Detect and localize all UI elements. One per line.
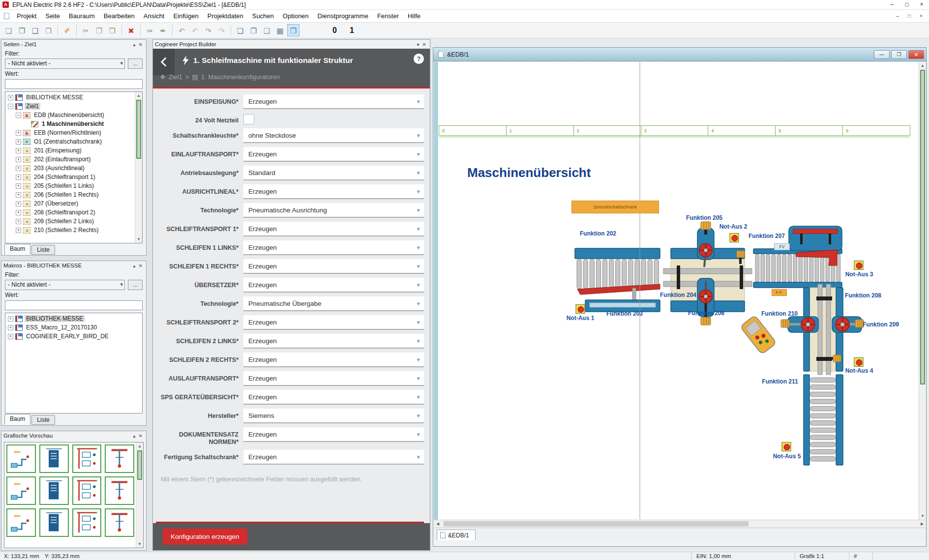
tree-item[interactable]: +COGINEER_EARLY_BIRD_DE: [6, 332, 134, 341]
field-select[interactable]: Erzeugen▾: [243, 371, 424, 386]
minimize-icon[interactable]: —: [874, 50, 890, 59]
format-brush-icon[interactable]: ✑: [144, 24, 156, 36]
preview-thumbnail[interactable]: [72, 444, 102, 473]
tree-item[interactable]: –&EDB (Maschinenübersicht): [6, 111, 134, 119]
menu-item-suchen[interactable]: Suchen: [248, 10, 278, 22]
tree-expander-icon[interactable]: +: [16, 166, 21, 171]
tree-expander-icon[interactable]: –: [8, 104, 13, 109]
tree-expander-icon[interactable]: +: [8, 325, 13, 330]
cut-icon[interactable]: ✂: [80, 24, 92, 36]
format-painter-icon[interactable]: ✒: [157, 24, 169, 36]
scroll-down-icon[interactable]: ▼: [135, 236, 142, 243]
paste-icon[interactable]: ❒: [106, 24, 119, 36]
close-icon[interactable]: ×: [914, 0, 929, 9]
tab-liste[interactable]: Liste: [31, 245, 55, 255]
minimize-icon[interactable]: –: [885, 0, 899, 9]
field-select[interactable]: Siemens▾: [243, 409, 424, 423]
field-select[interactable]: Erzeugen▾: [243, 315, 424, 330]
settings-wrench-icon[interactable]: ✐: [61, 24, 73, 36]
tree-expander-icon[interactable]: +: [8, 334, 13, 339]
field-select[interactable]: Standard▾: [243, 166, 424, 180]
tree-item[interactable]: –Ziel1: [6, 102, 134, 111]
field-select[interactable]: Pneumatische Übergabe▾: [243, 296, 424, 311]
tree-expander-icon[interactable]: +: [16, 201, 21, 206]
menu-item-ansicht[interactable]: Ansicht: [139, 10, 169, 22]
macros-filter-browse-button[interactable]: ...: [128, 280, 143, 290]
panel-close-icon[interactable]: ✕: [137, 433, 144, 439]
tree-expander-icon[interactable]: +: [8, 316, 13, 322]
tree-expander-icon[interactable]: +: [16, 192, 21, 198]
preview-thumbnail[interactable]: [105, 508, 134, 537]
tree-item[interactable]: ++O1 (Zentralschaltschrank): [6, 137, 134, 146]
tree-expander-icon[interactable]: +: [16, 183, 21, 189]
field-select[interactable]: Erzeugen▾: [243, 240, 424, 255]
panel-pin-icon[interactable]: ▴: [132, 42, 137, 47]
pages-tree-scrollbar[interactable]: ▲ ▼: [135, 92, 142, 243]
preview-thumbnail[interactable]: [72, 508, 102, 537]
panel-close-icon[interactable]: ✕: [137, 263, 144, 268]
back-button[interactable]: [153, 49, 175, 75]
graphical-preview-icon[interactable]: ❐: [287, 24, 300, 36]
pages-value-input[interactable]: [5, 79, 143, 89]
scroll-right-icon[interactable]: ▶: [918, 522, 926, 526]
maximize-icon[interactable]: □: [903, 12, 915, 20]
panel-close-icon[interactable]: ✕: [421, 42, 428, 47]
panel-pin-icon[interactable]: ▴: [132, 433, 137, 439]
menu-item-seite[interactable]: Seite: [41, 10, 64, 22]
tab-baum[interactable]: Baum: [4, 414, 30, 425]
canvas-horizontal-scrollbar[interactable]: ◀ ▶: [434, 520, 926, 528]
preview-thumbnail[interactable]: [39, 444, 69, 473]
menu-item-fenster[interactable]: Fenster: [373, 10, 403, 22]
tree-expander-icon[interactable]: +: [16, 148, 21, 153]
preview-thumbnail[interactable]: [105, 444, 134, 473]
tree-item[interactable]: +&EEB (Normen/Richtlinien): [6, 128, 134, 137]
menu-item-optionen[interactable]: Optionen: [278, 10, 313, 22]
field-select[interactable]: Erzeugen▾: [243, 334, 424, 349]
field-select[interactable]: Pneumatische Ausrichtung▾: [243, 203, 424, 218]
field-select[interactable]: Erzeugen▾: [243, 278, 424, 293]
drawing-canvas[interactable]: 0123456 Maschinenübersicht Zentralschalt…: [438, 62, 919, 520]
macros-value-input[interactable]: [5, 300, 143, 310]
macros-filter-select[interactable]: - Nicht aktiviert -▾: [5, 280, 125, 290]
field-select[interactable]: Erzeugen▾: [243, 259, 424, 274]
tree-expander-icon[interactable]: +: [8, 95, 13, 100]
tree-item[interactable]: +≡210 (Schleifen 2 Rechts): [6, 226, 134, 235]
tree-item[interactable]: +≡201 (Einspeisung): [6, 146, 134, 155]
tree-item[interactable]: +≡203 (Ausrichtlineal): [6, 164, 134, 173]
tree-expander-icon[interactable]: +: [16, 175, 21, 180]
open-page-icon[interactable]: ❐: [16, 24, 28, 36]
tree-item[interactable]: +≡207 (Übersetzer): [6, 199, 134, 208]
insert-window-macro-icon[interactable]: ❏: [234, 24, 246, 36]
redo-icon[interactable]: ↷: [202, 24, 214, 36]
close-icon[interactable]: ✕: [908, 50, 924, 59]
breadcrumb-project[interactable]: Ziel1: [169, 73, 182, 81]
menu-item-projekt[interactable]: Projekt: [12, 10, 41, 22]
redo-list-icon[interactable]: ↷: [215, 24, 228, 36]
tree-item[interactable]: +≡205 (Schleifen 1 Links): [6, 181, 134, 190]
drawing-tab[interactable]: &EDB/1: [437, 530, 476, 540]
new-page-icon[interactable]: ❏: [2, 24, 15, 36]
field-select[interactable]: Erzeugen▾: [243, 353, 424, 367]
tree-item[interactable]: +≡204 (Schleiftransport 1): [6, 173, 134, 181]
tree-item[interactable]: +ESS_Macro_12_20170130: [6, 323, 134, 332]
pages-filter-select[interactable]: - Nicht aktiviert -▾: [5, 59, 125, 69]
field-select[interactable]: ohne Steckdose▾: [243, 128, 424, 143]
tree-item[interactable]: +BIBLIOTHEK MESSE: [6, 93, 134, 102]
insert-symbol-icon[interactable]: ❐: [247, 24, 260, 36]
panel-menu-icon[interactable]: ▾: [416, 42, 421, 47]
menu-item-einfügen[interactable]: Einfügen: [169, 10, 203, 22]
generate-configuration-button[interactable]: Konfiguration erzeugen: [163, 529, 247, 545]
tree-expander-icon[interactable]: +: [16, 210, 21, 215]
field-select[interactable]: Erzeugen▾: [243, 427, 424, 442]
preview-thumbnail[interactable]: [6, 508, 36, 537]
preview-thumbnail[interactable]: [6, 476, 36, 505]
grid-icon[interactable]: ▦: [274, 24, 286, 36]
pages-filter-browse-button[interactable]: ...: [128, 59, 143, 69]
tree-item[interactable]: +≡202 (Einlauftransport): [6, 155, 134, 164]
tree-expander-icon[interactable]: +: [16, 157, 21, 162]
scroll-up-icon[interactable]: ▲: [135, 92, 142, 99]
tree-expander-icon[interactable]: +: [16, 139, 21, 145]
page-macro-icon[interactable]: ❑: [29, 24, 41, 36]
scroll-up-icon[interactable]: ▲: [136, 442, 143, 450]
menu-item-projektdaten[interactable]: Projektdaten: [203, 10, 248, 22]
